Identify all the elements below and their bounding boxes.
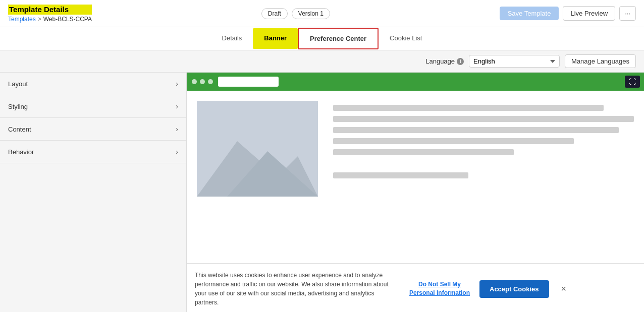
save-template-button[interactable]: Save Template	[500, 7, 559, 20]
sidebar: Layout › Styling › Content › Behavior ›	[0, 73, 187, 312]
version-badge: Version 1	[292, 8, 330, 19]
browser-toolbar: ⛶	[187, 73, 644, 91]
page-title: Template Details	[8, 5, 92, 15]
page-skeleton	[187, 91, 644, 207]
chevron-right-icon: ›	[176, 80, 178, 88]
breadcrumb-templates-link[interactable]: Templates	[8, 16, 36, 23]
header: Template Details Templates > Web-BCLS-CC…	[0, 0, 644, 27]
skeleton-line-1	[333, 105, 604, 111]
sidebar-item-styling[interactable]: Styling ›	[0, 95, 186, 118]
sidebar-item-behavior[interactable]: Behavior ›	[0, 141, 186, 163]
breadcrumb-separator: >	[38, 16, 41, 23]
language-label: Language i	[425, 57, 464, 65]
draft-badge: Draft	[261, 8, 288, 19]
mountain-svg	[197, 101, 318, 197]
breadcrumb-current: Web-BCLS-CCPA	[43, 16, 92, 23]
language-info-icon: i	[457, 58, 464, 65]
tab-preference-center[interactable]: Preference Center	[298, 28, 379, 49]
fullscreen-icon: ⛶	[629, 78, 636, 86]
header-badges: Draft Version 1	[261, 8, 330, 19]
sidebar-item-content[interactable]: Content ›	[0, 118, 186, 141]
tab-banner[interactable]: Banner	[253, 28, 298, 49]
cookie-actions: Do Not Sell My Personal Information Acce…	[407, 280, 549, 298]
browser-url-bar	[218, 77, 279, 87]
browser-dot-1	[192, 79, 197, 84]
cookie-banner-text: This website uses cookies to enhance use…	[195, 271, 397, 307]
manage-languages-button[interactable]: Manage Languages	[565, 54, 636, 68]
fullscreen-button[interactable]: ⛶	[625, 76, 640, 88]
skeleton-image	[197, 101, 318, 197]
accept-cookies-button[interactable]: Accept Cookies	[479, 280, 549, 298]
preview-area: ⛶	[187, 73, 644, 312]
browser-dot-3	[208, 79, 213, 84]
cookie-banner: This website uses cookies to enhance use…	[187, 263, 644, 312]
cookie-close-button[interactable]: ×	[559, 282, 569, 296]
skeleton-text-lines	[333, 101, 634, 197]
main-layout: Layout › Styling › Content › Behavior ›	[0, 73, 644, 312]
browser-dot-2	[200, 79, 205, 84]
sidebar-item-layout[interactable]: Layout ›	[0, 73, 186, 95]
tabs-bar: Details Banner Preference Center Cookie …	[0, 27, 644, 50]
do-not-sell-button[interactable]: Do Not Sell My Personal Information	[407, 280, 472, 297]
header-actions: Save Template Live Preview ···	[500, 6, 636, 21]
skeleton-line-2	[333, 116, 634, 122]
language-select[interactable]: English Spanish French German	[469, 55, 560, 68]
live-preview-button[interactable]: Live Preview	[563, 6, 615, 21]
tab-details[interactable]: Details	[211, 28, 253, 49]
chevron-right-icon: ›	[176, 125, 178, 133]
chevron-right-icon: ›	[176, 102, 178, 110]
skeleton-line-6	[333, 172, 468, 178]
browser-content: This website uses cookies to enhance use…	[187, 91, 644, 312]
skeleton-line-5	[333, 149, 514, 155]
skeleton-line-3	[333, 127, 619, 133]
chevron-right-icon: ›	[176, 148, 178, 156]
breadcrumb: Templates > Web-BCLS-CCPA	[8, 16, 92, 23]
more-options-button[interactable]: ···	[619, 6, 636, 21]
tab-cookie-list[interactable]: Cookie List	[379, 28, 433, 49]
skeleton-line-4	[333, 138, 574, 144]
header-left: Template Details Templates > Web-BCLS-CC…	[8, 5, 92, 23]
language-bar: Language i English Spanish French German…	[0, 50, 644, 73]
browser-mockup: ⛶	[187, 73, 644, 312]
